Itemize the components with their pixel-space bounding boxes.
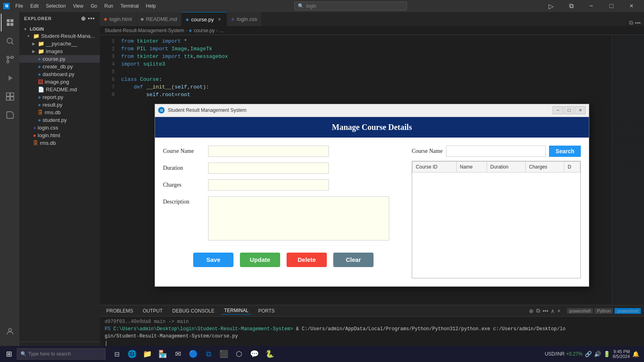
- search-course-name-input[interactable]: [446, 146, 546, 157]
- terminal-tab-output[interactable]: OUTPUT: [140, 307, 166, 315]
- charges-row: Charges: [163, 179, 404, 191]
- taskbar-python-task[interactable]: 🐍: [262, 347, 277, 361]
- sidebar-header-icons: ⊕ •••: [81, 15, 95, 22]
- html-file-icon: ●: [33, 132, 36, 138]
- tree-file-login-html[interactable]: ● login.html: [19, 132, 100, 139]
- taskbar-chrome[interactable]: 🔵: [186, 347, 200, 361]
- more-editor-actions-icon[interactable]: •••: [635, 20, 641, 26]
- tree-file-create-db[interactable]: ● create_db.py: [19, 63, 100, 70]
- tree-root[interactable]: ▾ LOGIN: [19, 26, 100, 32]
- tab-readme-md[interactable]: ◆ README.md: [136, 12, 182, 26]
- tree-folder-images[interactable]: ▶ 📁 images: [19, 47, 100, 55]
- svg-point-3: [7, 61, 9, 63]
- tree-file-result-py[interactable]: ● result.py: [19, 101, 100, 109]
- search-button[interactable]: Search: [549, 146, 581, 157]
- taskbar-search[interactable]: 🔍 Type here to search: [17, 348, 105, 360]
- tree-file-dashboard[interactable]: ● dashboard.py: [19, 70, 100, 78]
- tree-file-rms-db2[interactable]: 🗄 rms.db: [19, 139, 100, 147]
- tab-login-css[interactable]: ◆ login.css: [227, 12, 262, 26]
- terminal-tab-ports[interactable]: PORTS: [255, 307, 278, 315]
- terminal-powershell-2[interactable]: powershell: [615, 308, 641, 314]
- duration-row: Duration: [163, 162, 404, 174]
- new-file-icon[interactable]: ⊕: [81, 15, 86, 22]
- menu-view[interactable]: View: [70, 2, 87, 10]
- chevron-up-icon[interactable]: ∧: [551, 308, 555, 314]
- menu-help[interactable]: Help: [143, 2, 159, 10]
- terminal-tab-debug[interactable]: DEBUG CONSOLE: [169, 307, 218, 315]
- taskbar-task-view[interactable]: ⊟: [109, 347, 124, 361]
- charges-input[interactable]: [208, 179, 329, 191]
- description-textarea[interactable]: [208, 196, 389, 241]
- tab-login-html[interactable]: ◆ login.html: [100, 12, 136, 26]
- close-button[interactable]: ×: [622, 0, 641, 12]
- new-terminal-icon[interactable]: ⊕: [529, 308, 534, 314]
- testing-icon[interactable]: [1, 106, 19, 124]
- tree-folder-pycache[interactable]: ▶ 📁 __pycache__: [19, 40, 100, 47]
- menu-file[interactable]: File: [12, 2, 26, 10]
- clear-button[interactable]: Clear: [333, 253, 374, 267]
- minimize-button[interactable]: −: [582, 0, 601, 12]
- duration-label: Duration: [163, 165, 203, 171]
- tray-volume-icon[interactable]: 🔊: [594, 351, 601, 357]
- taskbar-edge[interactable]: 🌐: [125, 347, 139, 361]
- tray-network-icon[interactable]: 🔗: [585, 351, 592, 357]
- menu-edit[interactable]: Edit: [27, 2, 42, 10]
- delete-button[interactable]: Delete: [287, 253, 327, 267]
- tree-file-student-py[interactable]: ● student.py: [19, 116, 100, 124]
- tray-battery-icon[interactable]: 🔋: [603, 351, 610, 357]
- global-search[interactable]: 🔍 login: [294, 2, 407, 10]
- table-scroll-area[interactable]: Course ID Name Duration Charges D: [412, 161, 580, 278]
- dialog-minimize-button[interactable]: −: [553, 106, 563, 114]
- terminal-tab-terminal[interactable]: TERMINAL: [221, 307, 252, 315]
- menu-go[interactable]: Go: [87, 2, 100, 10]
- run-debug-icon[interactable]: [1, 69, 19, 87]
- terminal-python[interactable]: Python: [594, 308, 613, 314]
- account-icon[interactable]: [1, 323, 19, 340]
- split-right-icon[interactable]: ⧉: [629, 19, 633, 26]
- duration-input[interactable]: [208, 162, 329, 174]
- run-button[interactable]: ▷: [542, 0, 560, 12]
- menu-run[interactable]: Run: [101, 2, 116, 10]
- extensions-icon[interactable]: [1, 88, 19, 105]
- dialog-maximize-button[interactable]: □: [564, 106, 574, 114]
- more-terminal-icon[interactable]: •••: [543, 308, 549, 314]
- tab-course-py[interactable]: ◆ course.py ×: [182, 12, 227, 26]
- course-name-input[interactable]: [208, 146, 329, 157]
- split-terminal-icon[interactable]: ⧉: [536, 307, 540, 314]
- stock-info[interactable]: USD/INR +0.27%: [545, 351, 582, 357]
- more-options-icon[interactable]: •••: [88, 15, 95, 22]
- taskbar-store[interactable]: 🏪: [155, 347, 170, 361]
- tree-file-report-py[interactable]: ● report.py: [19, 93, 100, 101]
- start-button[interactable]: ⊞: [2, 347, 16, 361]
- tab-close-course-py[interactable]: ×: [216, 16, 223, 23]
- code-line-4: import sqlite3: [121, 60, 612, 68]
- terminal-powershell-1[interactable]: powershell: [567, 308, 593, 314]
- terminal-tab-problems[interactable]: PROBLEMS: [103, 307, 136, 315]
- explorer-icon[interactable]: [1, 14, 19, 31]
- dialog-close-button[interactable]: ×: [575, 106, 586, 114]
- maximize-button[interactable]: □: [602, 0, 621, 12]
- taskbar-jupyter[interactable]: ⬡: [232, 347, 246, 361]
- menu-selection[interactable]: Selection: [43, 2, 69, 10]
- source-control-icon[interactable]: [1, 51, 19, 68]
- tree-file-course-py[interactable]: ● course.py: [19, 55, 100, 63]
- menu-terminal[interactable]: Terminal: [117, 2, 142, 10]
- taskbar-discord[interactable]: 💬: [247, 347, 262, 361]
- tree-file-image-png[interactable]: 🖼 image.png: [19, 78, 100, 86]
- save-button[interactable]: Save: [193, 253, 233, 267]
- taskbar-vscode-task[interactable]: ⧉: [201, 347, 216, 361]
- tree-folder-student[interactable]: ▾ 📁 Student-Result-Mana...: [19, 32, 100, 40]
- taskbar-explorer[interactable]: 📁: [140, 347, 155, 361]
- close-panel-icon[interactable]: ×: [557, 308, 560, 314]
- taskbar-mail[interactable]: ✉: [171, 347, 185, 361]
- search-icon[interactable]: [1, 32, 19, 50]
- tray-notification-icon[interactable]: 🔔: [632, 351, 639, 357]
- split-editor-button[interactable]: ⧉: [562, 0, 580, 12]
- taskbar-clock[interactable]: 9:45 PM 8/5/2024: [613, 349, 630, 359]
- tree-file-login-css[interactable]: ● login.css: [19, 124, 100, 132]
- update-button[interactable]: Update: [240, 253, 280, 267]
- manage-course-dialog: ⚙ Student Result Management System − □ ×…: [155, 104, 589, 287]
- taskbar-terminal-task[interactable]: ⬛: [217, 347, 231, 361]
- tree-file-readme[interactable]: 📄 README.md: [19, 86, 100, 93]
- tree-file-rms-db[interactable]: 🗄 rms.db: [19, 109, 100, 116]
